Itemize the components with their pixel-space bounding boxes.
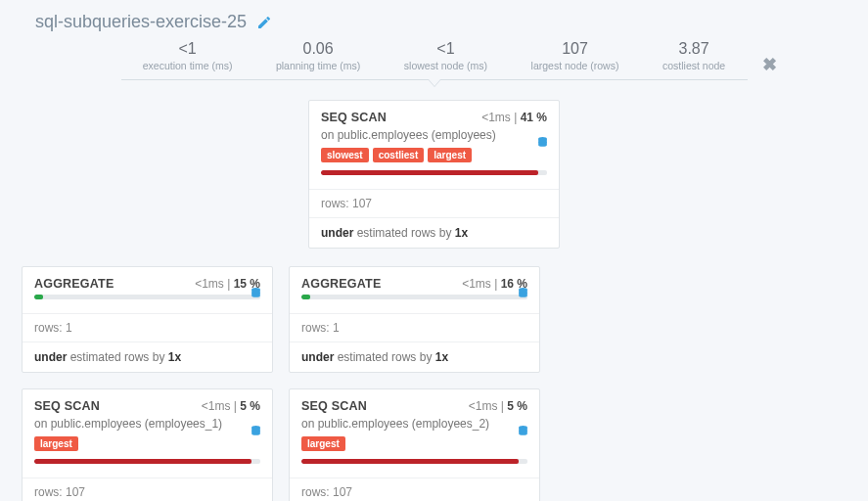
database-icon	[250, 287, 262, 302]
database-icon	[250, 425, 262, 440]
edit-icon[interactable]	[256, 15, 272, 30]
stat-execution-time: <1 execution time (ms)	[143, 40, 233, 71]
node-rows: rows: 107	[290, 478, 539, 501]
node-rows: rows: 1	[23, 313, 272, 342]
node-bar	[34, 459, 260, 464]
node-estimate: under estimated rows by 1x	[290, 342, 539, 372]
node-timing: <1ms | 5 %	[469, 399, 527, 413]
plan-node-aggregate-right[interactable]: AGGREGATE <1ms | 16 % rows: 1 under esti…	[289, 266, 540, 373]
database-icon	[517, 425, 529, 440]
node-op: SEQ SCAN	[321, 111, 387, 124]
node-badges: slowest costliest largest	[321, 148, 547, 162]
node-rows: rows: 1	[290, 313, 539, 342]
node-op: SEQ SCAN	[34, 399, 100, 413]
plan-node-aggregate-left[interactable]: AGGREGATE <1ms | 15 % rows: 1 under esti…	[22, 266, 273, 373]
stat-slowest-node: <1 slowest node (ms)	[404, 40, 487, 71]
node-subtitle: on public.employees (employees_1)	[34, 417, 260, 431]
node-estimate: under estimated rows by 1x	[23, 342, 272, 372]
plan-node-seqscan-left[interactable]: SEQ SCAN <1ms | 5 % on public.employees …	[22, 388, 273, 501]
plan-node-seqscan-right[interactable]: SEQ SCAN <1ms | 5 % on public.employees …	[289, 388, 540, 501]
node-rows: rows: 107	[309, 189, 559, 217]
node-bar	[301, 459, 527, 464]
node-badges: largest	[301, 436, 527, 451]
page-title: sql-subqueries-exercise-25	[35, 12, 247, 32]
node-bar	[321, 170, 547, 175]
node-timing: <1ms | 5 %	[202, 399, 260, 413]
database-icon	[517, 287, 529, 302]
plan-node-root[interactable]: SEQ SCAN <1ms | 41 % on public.employees…	[308, 100, 560, 249]
database-icon	[536, 136, 549, 152]
stats-bar: <1 execution time (ms) 0.06 planning tim…	[121, 40, 748, 80]
node-subtitle: on public.employees (employees)	[321, 128, 547, 142]
pointer-icon	[428, 79, 441, 87]
node-op: AGGREGATE	[34, 277, 114, 291]
stat-largest-node: 107 largest node (rows)	[531, 40, 619, 71]
node-rows: rows: 107	[23, 478, 272, 501]
node-bar	[34, 295, 260, 299]
node-bar	[301, 295, 527, 299]
node-badges: largest	[34, 436, 260, 451]
stat-planning-time: 0.06 planning time (ms)	[276, 40, 360, 71]
node-subtitle: on public.employees (employees_2)	[301, 417, 527, 431]
node-op: AGGREGATE	[301, 277, 381, 291]
stat-costliest-node: 3.87 costliest node	[662, 40, 725, 71]
node-op: SEQ SCAN	[301, 399, 367, 413]
node-timing: <1ms | 41 %	[481, 111, 547, 124]
node-estimate: under estimated rows by 1x	[309, 217, 559, 248]
close-icon[interactable]: ✖	[762, 54, 777, 75]
